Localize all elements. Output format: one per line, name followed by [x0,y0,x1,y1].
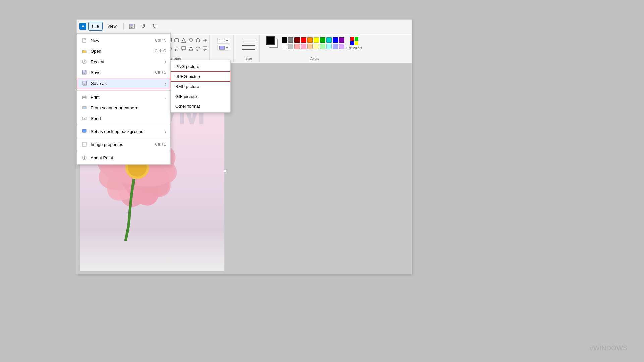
color-lightcyan[interactable] [326,44,332,49]
menu-item-saveas[interactable]: Save as › [77,78,170,89]
rounded-rect-shape[interactable] [173,36,181,44]
color-white[interactable] [282,44,287,49]
svg-rect-40 [83,38,86,42]
size-line-4[interactable] [242,49,255,50]
file-menu-dropdown: New Ctrl+N Open Ctrl+O Recent › [77,33,171,165]
size-line-1[interactable] [242,39,255,39]
pentagon-shape[interactable] [194,36,202,44]
color-purple[interactable] [339,37,344,43]
submenu-other[interactable]: Other format [171,101,230,111]
outline-dropdown[interactable] [217,38,230,44]
shape2-9[interactable] [201,45,209,53]
color-black[interactable] [282,37,287,43]
svg-rect-45 [84,73,85,74]
file-menu-button[interactable]: File [88,22,103,31]
svg-rect-57 [83,132,85,133]
save-shortcut: Ctrl+S [155,70,166,75]
menu-item-print[interactable]: Print › [77,92,170,102]
menu-item-send[interactable]: Send [77,113,170,124]
color-blue[interactable] [333,37,338,43]
shape2-7[interactable] [187,45,195,53]
svg-point-62 [84,156,85,157]
windows-hashtag: #WINDOWS [590,344,627,352]
color-lightred[interactable] [294,44,300,49]
menu-item-desktop[interactable]: Set as desktop background › [77,126,170,137]
menu-item-recent[interactable]: Recent › [77,56,170,67]
imgprops-shortcut: Ctrl+E [155,142,166,147]
arrow-shape[interactable] [201,36,209,44]
saveas-label: Save as [91,81,107,86]
toolbar-separator [123,23,124,30]
diamond-shape[interactable] [187,36,195,44]
color-darkred[interactable] [294,37,300,43]
canvas-resize-handle[interactable] [224,170,226,172]
submenu-bmp[interactable]: BMP picture [171,82,230,92]
color-yellow[interactable] [314,37,319,43]
svg-rect-27 [350,41,354,45]
svg-rect-28 [355,41,358,45]
color-teal[interactable] [326,37,332,43]
gif-label: GIF picture [175,94,197,99]
svg-rect-4 [131,27,132,28]
desktop-arrow: › [165,129,166,134]
color-lightblue[interactable] [333,44,338,49]
open-label: Open [91,49,101,54]
svg-rect-26 [355,37,358,41]
menu-item-about[interactable]: About Paint [77,152,170,163]
fill-dropdown[interactable] [217,45,230,51]
undo-button[interactable]: ↺ [139,22,148,31]
color-selector [266,36,280,50]
menu-item-open[interactable]: Open Ctrl+O [77,46,170,56]
primary-color-swatch[interactable] [266,36,275,45]
submenu-jpeg[interactable]: JPEG picture [171,71,230,82]
open-icon [81,48,87,54]
edit-colors-button[interactable]: Edit colors [346,36,362,50]
scanner-label: From scanner or camera [91,105,138,110]
color-green[interactable] [320,37,325,43]
size-group: Size [238,35,260,62]
bmp-label: BMP picture [175,84,199,89]
submenu-png[interactable]: PNG picture [171,62,230,71]
svg-rect-24 [219,46,225,49]
svg-rect-23 [219,39,225,42]
color-red[interactable] [301,37,306,43]
color-row-2 [282,44,344,49]
submenu-gif[interactable]: GIF picture [171,92,230,101]
svg-rect-51 [83,95,86,97]
svg-rect-55 [82,117,86,120]
open-shortcut: Ctrl+O [155,49,166,53]
svg-rect-47 [83,81,86,83]
menu-bar: File View [88,22,120,31]
save-label: Save [91,70,101,75]
send-label: Send [91,116,101,121]
print-arrow: › [165,95,166,100]
shape2-8[interactable] [194,45,202,53]
color-orange[interactable] [307,37,313,43]
size-line-2[interactable] [242,42,255,42]
menu-item-new[interactable]: New Ctrl+N [77,35,170,46]
redo-button[interactable]: ↻ [150,22,159,31]
color-palette [282,37,344,49]
color-peach[interactable] [307,44,313,49]
view-menu-button[interactable]: View [104,22,120,30]
color-silver[interactable] [288,44,293,49]
color-gray[interactable] [288,37,293,43]
color-lightgreen[interactable] [320,44,325,49]
menu-item-imgprops[interactable]: i Image properties Ctrl+E [77,139,170,150]
color-lavender[interactable] [339,44,344,49]
new-label: New [91,38,99,43]
shape2-5[interactable] [173,45,181,53]
color-lightyellow[interactable] [314,44,319,49]
menu-item-scanner[interactable]: From scanner or camera [77,102,170,113]
color-pink[interactable] [301,44,306,49]
save-button[interactable] [127,22,137,31]
size-label: Size [245,57,252,60]
triangle-shape[interactable] [180,36,188,44]
scanner-icon [81,105,87,111]
shape2-6[interactable] [180,45,188,53]
colors-label: Colors [309,57,319,60]
menu-item-save[interactable]: Save Ctrl+S [77,67,170,78]
size-line-3[interactable] [242,45,255,46]
svg-rect-22 [182,47,186,49]
imgprops-icon: i [81,141,87,147]
